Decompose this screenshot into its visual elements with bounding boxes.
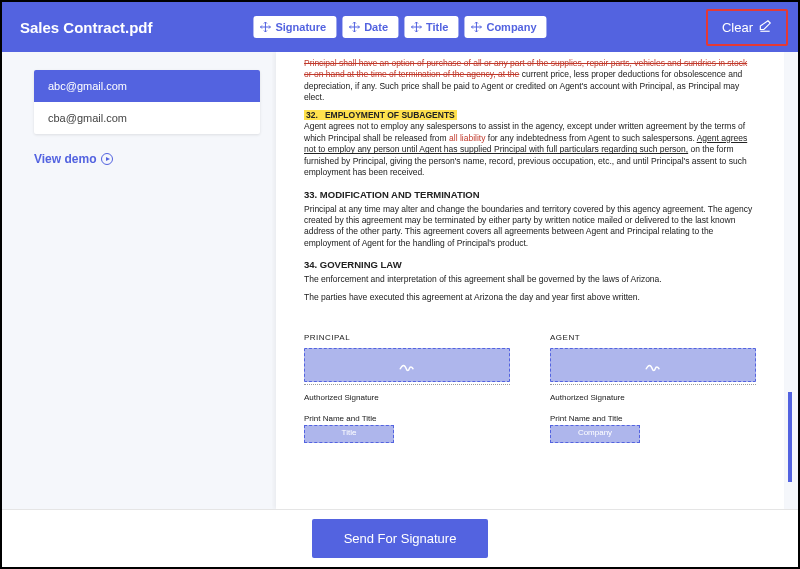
signature-icon (644, 356, 662, 374)
doc-paragraph: Principal at any time may alter and chan… (304, 204, 756, 250)
clear-button[interactable]: Clear (712, 13, 782, 42)
sidebar: abc@gmail.com cba@gmail.com View demo (2, 52, 272, 509)
company-field-placeholder[interactable]: Company (550, 425, 640, 443)
section-heading: 32. EMPLOYMENT OF SUBAGENTS (304, 110, 756, 121)
authorized-label: Authorized Signature (304, 393, 510, 404)
play-icon (101, 153, 113, 165)
recipient-item[interactable]: cba@gmail.com (34, 102, 260, 134)
field-toolbar: Signature Date Title Company (253, 16, 546, 38)
section-heading: 34. GOVERNING LAW (304, 259, 756, 272)
move-icon (348, 21, 360, 33)
move-icon (470, 21, 482, 33)
principal-column: PRINCIPAL Authorized Signature Print Nam… (304, 333, 510, 442)
title-field-placeholder[interactable]: Title (304, 425, 394, 443)
signature-icon (398, 356, 416, 374)
move-icon (410, 21, 422, 33)
field-label: Company (486, 21, 536, 33)
doc-paragraph: The enforcement and interpretation of th… (304, 274, 756, 285)
view-demo-link[interactable]: View demo (34, 152, 260, 166)
scroll-indicator[interactable] (788, 392, 792, 482)
authorized-label: Authorized Signature (550, 393, 756, 404)
highlighted-title: 32. EMPLOYMENT OF SUBAGENTS (304, 110, 457, 120)
signature-line (550, 384, 756, 385)
document-page: Principal shall have an option of purcha… (276, 52, 784, 509)
signature-area: PRINCIPAL Authorized Signature Print Nam… (304, 333, 756, 442)
company-field-button[interactable]: Company (464, 16, 546, 38)
field-label: Signature (275, 21, 326, 33)
principal-label: PRINCIPAL (304, 333, 510, 344)
date-field-button[interactable]: Date (342, 16, 398, 38)
section-heading: 33. MODIFICATION AND TERMINATION (304, 189, 756, 202)
signature-field-agent[interactable] (550, 348, 756, 382)
field-label: Date (364, 21, 388, 33)
signature-field-button[interactable]: Signature (253, 16, 336, 38)
doc-paragraph: The parties have executed this agreement… (304, 292, 756, 303)
recipient-item[interactable]: abc@gmail.com (34, 70, 260, 102)
move-icon (259, 21, 271, 33)
send-for-signature-button[interactable]: Send For Signature (312, 519, 489, 558)
eraser-icon (758, 19, 772, 36)
recipient-list: abc@gmail.com cba@gmail.com (34, 70, 260, 134)
app-header: Sales Contract.pdf Signature Date Title … (2, 2, 798, 52)
doc-paragraph: Principal shall have an option of purcha… (304, 58, 756, 104)
footer: Send For Signature (2, 509, 798, 567)
signature-field-principal[interactable] (304, 348, 510, 382)
agent-label: AGENT (550, 333, 756, 344)
signature-line (304, 384, 510, 385)
document-title: Sales Contract.pdf (20, 19, 153, 36)
view-demo-label: View demo (34, 152, 96, 166)
document-viewport: Principal shall have an option of purcha… (272, 52, 798, 509)
print-name-label: Print Name and Title (550, 414, 756, 425)
doc-paragraph: Agent agrees not to employ any salespers… (304, 121, 756, 178)
print-name-label: Print Name and Title (304, 414, 510, 425)
clear-label: Clear (722, 20, 753, 35)
clear-highlight: Clear (706, 9, 788, 46)
field-label: Title (426, 21, 448, 33)
title-field-button[interactable]: Title (404, 16, 458, 38)
agent-column: AGENT Authorized Signature Print Name an… (550, 333, 756, 442)
